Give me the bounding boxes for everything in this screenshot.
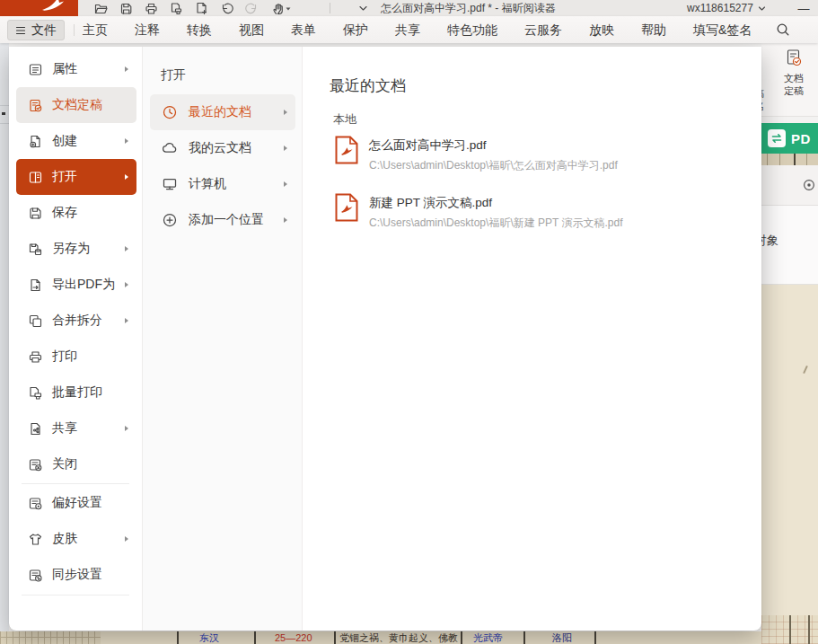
tab-convert[interactable]: 转换 [174,16,224,43]
open-panel-header: 打开 [161,67,186,84]
chevron-right-icon [125,246,128,251]
save-icon [28,206,43,221]
menu-bar: 文件 主页 注释 转换 视图 表单 保护 共享 特色功能 云服务 放映 帮助 填… [0,16,818,43]
account-name: wx118615277 [687,0,753,16]
background-panel-strip [761,165,818,205]
background-window-right: 稿 名 文档 定稿 PD 对象 [761,43,818,644]
chevron-right-icon [125,138,128,144]
batch-print-icon[interactable] [169,1,183,15]
chevron-right-icon [125,426,128,431]
account-menu[interactable]: wx118615277 [687,0,766,16]
recent-file-row[interactable]: 怎么面对高中学习.pdf C:\Users\admin\Desktop\福昕\怎… [335,135,730,185]
close-document-icon [28,457,43,472]
recent-file-row[interactable]: 新建 PPT 演示文稿.pdf C:\Users\admin\Desktop\福… [335,192,730,243]
add-location-icon [162,212,178,228]
sidebar-item-batch-print[interactable]: 批量打印 [16,375,136,410]
tab-fill-sign[interactable]: 填写&签名 [681,16,764,43]
file-menu-sidebar: 属性 文档定稿 创建 打开 保存 另存为 导出PDF为 合并拆分 [9,47,142,631]
swap-arrows-icon [768,129,786,147]
sidebar-item-skin[interactable]: 皮肤 [16,521,136,557]
document-check-icon [785,49,803,68]
file-menu-button[interactable]: 文件 [7,20,65,40]
background-document [761,285,818,644]
sidebar-item-create[interactable]: 创建 [16,123,136,159]
table-cell: 党锢之祸、黄巾起义、佛教 [339,631,458,644]
add-page-icon[interactable] [194,1,208,15]
sidebar-item-close[interactable]: 关闭 [16,446,136,482]
preferences-icon [28,496,43,511]
minimize-button[interactable]: — [792,0,815,16]
file-name: 怎么面对高中学习.pdf [369,137,618,154]
save-icon[interactable] [119,1,133,15]
undo-icon[interactable] [219,1,233,15]
open-item-recent-documents[interactable]: 最近的文档 [150,94,295,130]
divider [22,483,129,484]
local-section-label: 本地 [333,111,356,128]
chevron-right-icon [125,66,128,72]
pd-badge-label: PD [791,131,811,146]
clock-icon [162,104,178,120]
open-folder-icon[interactable] [93,1,108,15]
properties-icon [28,62,43,77]
sidebar-item-save[interactable]: 保存 [16,195,136,231]
table-cell: 东汉 [199,631,219,644]
background-panel: 对象 [761,205,818,285]
sidebar-item-share[interactable]: 共享 [16,410,136,446]
target-icon[interactable] [803,179,815,191]
tab-cloud[interactable]: 云服务 [512,16,575,43]
collapse-toolbar-icon[interactable] [357,3,369,14]
tab-home[interactable]: 主页 [70,16,120,43]
tab-view[interactable]: 视图 [226,16,277,43]
chevron-right-icon [125,174,128,180]
hand-tool-icon[interactable] [269,1,293,15]
sidebar-item-sync-settings[interactable]: 同步设置 [16,557,136,593]
chevron-right-icon [284,110,287,115]
table-cell: 洛阳 [552,631,572,644]
recent-documents-panel: 最近的文档 本地 怎么面对高中学习.pdf C:\Users\admin\Des… [303,47,761,631]
sidebar-item-print[interactable]: 打印 [16,339,136,375]
background-window-left [0,43,9,631]
open-item-computer[interactable]: 计算机 [150,166,295,202]
background-ribbon: 稿 名 文档 定稿 [761,43,818,117]
tshirt-icon [28,532,43,547]
computer-icon [162,176,178,192]
export-icon [28,278,43,293]
tab-help[interactable]: 帮助 [629,16,679,43]
share-icon [28,421,43,437]
open-submenu-panel: 打开 最近的文档 我的云文档 计算机 添加一个位置 [142,47,303,631]
sidebar-item-merge-split[interactable]: 合并拆分 [16,303,136,339]
print-icon[interactable] [144,1,158,15]
chevron-right-icon [284,146,287,151]
chevron-right-icon [284,181,287,187]
dropdown-caret-icon [285,2,292,15]
cloud-icon [162,140,178,156]
divider [330,3,330,13]
redo-icon[interactable] [244,1,259,15]
sidebar-item-save-as[interactable]: 另存为 [16,231,136,267]
sidebar-item-properties[interactable]: 属性 [16,51,136,87]
tab-play[interactable]: 放映 [576,16,627,43]
sidebar-item-preferences[interactable]: 偏好设置 [16,485,136,521]
sidebar-item-export-pdf[interactable]: 导出PDF为 [16,267,136,303]
finalize-document-button[interactable]: 文档 定稿 [774,49,814,97]
tab-form[interactable]: 表单 [278,16,329,43]
pdf-file-icon [335,135,358,165]
open-item-cloud-documents[interactable]: 我的云文档 [150,130,295,166]
tab-protect[interactable]: 保护 [330,16,381,43]
foxit-bird-icon [41,0,65,13]
file-menu-overlay: 属性 文档定稿 创建 打开 保存 另存为 导出PDF为 合并拆分 [9,47,761,631]
search-icon[interactable] [776,22,790,37]
print-icon [28,349,43,365]
file-path: C:\Users\admin\Desktop\福昕\新建 PPT 演示文稿.pd… [369,216,623,231]
file-menu-label: 文件 [31,22,57,39]
object-label: 对象 [761,233,778,249]
open-item-add-location[interactable]: 添加一个位置 [150,202,295,238]
tab-features[interactable]: 特色功能 [435,16,510,43]
tab-share[interactable]: 共享 [383,16,433,43]
document-ruler [0,631,101,644]
sidebar-item-open[interactable]: 打开 [16,159,136,195]
foxit-logo [0,0,78,16]
pdf-convert-banner[interactable]: PD [761,123,818,154]
tab-comment[interactable]: 注释 [122,16,172,43]
sidebar-item-finalize[interactable]: 文档定稿 [16,87,136,123]
